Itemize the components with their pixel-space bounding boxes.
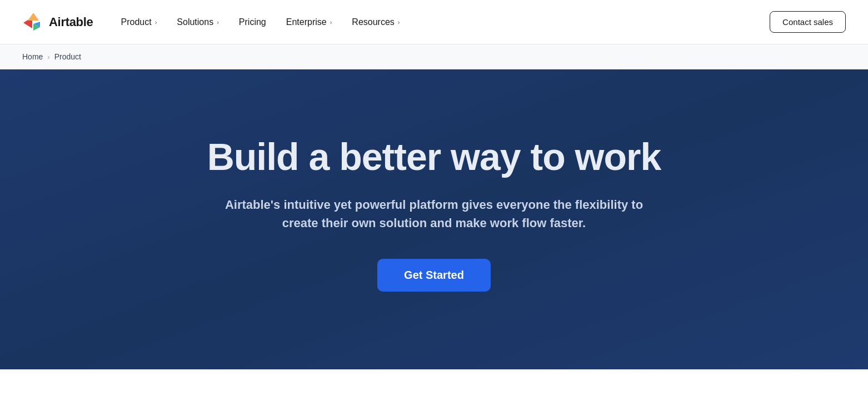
nav-product[interactable]: Product › <box>113 13 165 32</box>
breadcrumb: Home › Product <box>0 44 868 69</box>
enterprise-chevron-icon: › <box>330 19 332 26</box>
logo-link[interactable]: Airtable <box>22 12 93 33</box>
hero-section: Build a better way to work Airtable's in… <box>0 69 868 369</box>
hero-title: Build a better way to work <box>207 136 661 178</box>
nav-resources[interactable]: Resources › <box>344 13 407 32</box>
contact-sales-button[interactable]: Contact sales <box>770 11 846 33</box>
breadcrumb-current: Product <box>54 52 81 61</box>
product-chevron-icon: › <box>155 19 157 26</box>
nav-product-label: Product <box>121 17 152 27</box>
nav-links: Product › Solutions › Pricing Enterprise… <box>113 13 408 32</box>
nav-solutions-label: Solutions <box>177 17 213 27</box>
navbar: Airtable Product › Solutions › Pricing E… <box>0 0 868 44</box>
nav-enterprise-label: Enterprise <box>286 17 327 27</box>
nav-pricing[interactable]: Pricing <box>231 13 274 32</box>
nav-resources-label: Resources <box>352 17 394 27</box>
resources-chevron-icon: › <box>398 19 400 26</box>
solutions-chevron-icon: › <box>217 19 219 26</box>
svg-marker-1 <box>28 13 39 21</box>
breadcrumb-home[interactable]: Home <box>22 52 43 61</box>
nav-enterprise[interactable]: Enterprise › <box>278 13 340 32</box>
navbar-right: Contact sales <box>770 11 846 33</box>
nav-solutions[interactable]: Solutions › <box>169 13 227 32</box>
hero-subtitle: Airtable's intuitive yet powerful platfo… <box>217 196 651 232</box>
breadcrumb-separator: › <box>47 53 49 61</box>
nav-pricing-label: Pricing <box>239 17 266 27</box>
get-started-button[interactable]: Get Started <box>377 259 491 292</box>
brand-name: Airtable <box>49 15 93 29</box>
airtable-logo-icon <box>22 12 43 33</box>
navbar-left: Airtable Product › Solutions › Pricing E… <box>22 12 407 33</box>
